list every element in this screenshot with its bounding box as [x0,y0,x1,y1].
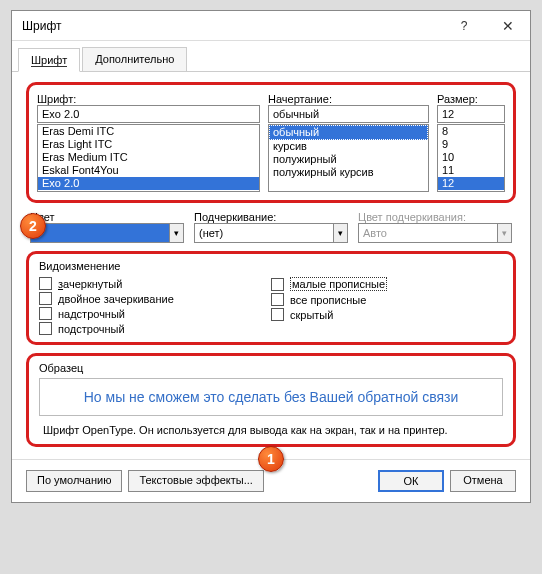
badge-1: 1 [258,446,284,472]
list-item[interactable]: курсив [269,140,428,153]
sample-info: Шрифт OpenType. Он используется для выво… [39,422,503,438]
texteffects-button[interactable]: Текстовые эффекты... [128,470,264,492]
dstrike-label: двойное зачеркивание [58,293,174,305]
close-button[interactable]: ✕ [486,11,530,41]
checkbox-smallcaps[interactable] [271,278,284,291]
checkbox-super[interactable] [39,307,52,320]
ulcolor-label: Цвет подчеркивания: [358,211,512,223]
list-item[interactable]: полужирный курсив [269,166,428,179]
style-label: Начертание: [268,93,429,105]
titlebar: Шрифт ? ✕ [12,11,530,41]
textcolor-dropdown[interactable]: ▾ [30,223,184,243]
size-label: Размер: [437,93,505,105]
effects-legend: Видоизменение [39,260,503,272]
font-listbox[interactable]: Eras Demi ITC Eras Light ITC Eras Medium… [37,124,260,192]
list-item[interactable]: 11 [438,164,504,177]
hidden-label: скрытый [290,309,333,321]
list-item[interactable]: 9 [438,138,504,151]
underline-label: Подчеркивание: [194,211,348,223]
chevron-down-icon: ▾ [497,224,511,242]
sample-legend: Образец [39,362,503,374]
size-listbox[interactable]: 8 9 10 11 12 [437,124,505,192]
window-title: Шрифт [22,19,442,33]
ok-button[interactable]: ОК [378,470,444,492]
checkbox-hidden[interactable] [271,308,284,321]
sub-label: подстрочный [58,323,125,335]
smallcaps-label: малые прописные [290,277,387,291]
style-listbox[interactable]: обычный курсив полужирный полужирный кур… [268,124,429,192]
tab-font[interactable]: Шрифт [18,48,80,72]
tab-advanced[interactable]: Дополнительно [82,47,187,71]
badge-2: 2 [20,213,46,239]
ulcolor-dropdown: Авто ▾ [358,223,512,243]
super-label: надстрочный [58,308,125,320]
list-item[interactable]: Exo 2.0 [38,177,259,190]
checkbox-allcaps[interactable] [271,293,284,306]
list-item[interactable]: полужирный [269,153,428,166]
strike-label: зачеркнутый [58,278,122,290]
sample-preview: Но мы не сможем это сделать без Вашей об… [39,378,503,416]
chevron-down-icon: ▾ [333,224,347,242]
button-row: По умолчанию Текстовые эффекты... ОК Отм… [12,459,530,502]
font-input[interactable] [37,105,260,123]
sample-section: Образец Но мы не сможем это сделать без … [26,353,516,447]
list-item[interactable]: Eras Medium ITC [38,151,259,164]
font-dialog: Шрифт ? ✕ Шрифт Дополнительно Шрифт: Era… [11,10,531,503]
checkbox-sub[interactable] [39,322,52,335]
list-item[interactable]: Eras Light ITC [38,138,259,151]
style-input[interactable] [268,105,429,123]
underline-dropdown[interactable]: (нет) ▾ [194,223,348,243]
list-item[interactable]: Eskal Font4You [38,164,259,177]
cancel-button[interactable]: Отмена [450,470,516,492]
allcaps-label: все прописные [290,294,366,306]
list-item[interactable]: 12 [438,177,504,190]
list-item[interactable]: 8 [438,125,504,138]
list-item[interactable]: Eras Demi ITC [38,125,259,138]
list-item[interactable]: 10 [438,151,504,164]
help-button[interactable]: ? [442,11,486,41]
tabstrip: Шрифт Дополнительно [12,41,530,72]
checkbox-dstrike[interactable] [39,292,52,305]
default-button[interactable]: По умолчанию [26,470,122,492]
chevron-down-icon: ▾ [169,224,183,242]
list-item[interactable]: обычный [269,125,428,140]
font-label: Шрифт: [37,93,260,105]
effects-section: Видоизменение зачеркнутый двойное зачерк… [26,251,516,345]
dialog-body: Шрифт: Eras Demi ITC Eras Light ITC Eras… [12,72,530,459]
textcolor-label: Цвет [30,211,184,223]
size-input[interactable] [437,105,505,123]
color-row: Цвет ▾ Подчеркивание: (нет) ▾ Цвет подче… [26,211,516,243]
checkbox-strike[interactable] [39,277,52,290]
font-section: Шрифт: Eras Demi ITC Eras Light ITC Eras… [26,82,516,203]
